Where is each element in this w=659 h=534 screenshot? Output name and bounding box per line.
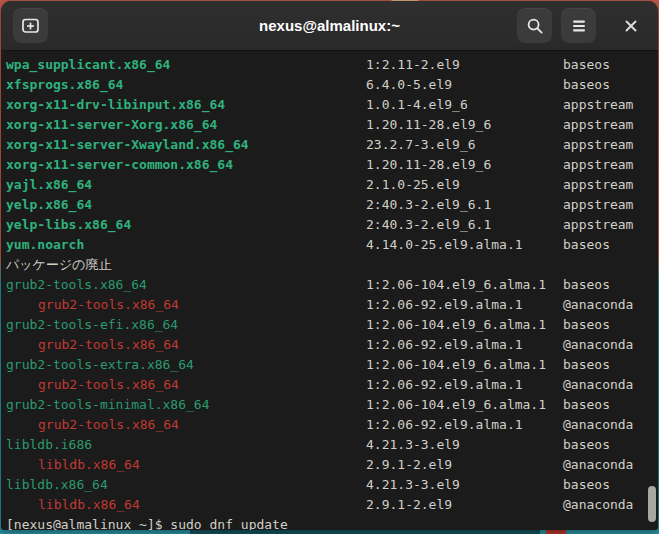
package-name: grub2-tools.x86_64 <box>38 415 179 435</box>
terminal-line: grub2-tools.x86_641:2.06-92.el9.alma.1@a… <box>1 295 658 315</box>
package-repo: baseos <box>563 235 610 255</box>
package-version: 4.14.0-25.el9.alma.1 <box>366 235 523 255</box>
package-repo: baseos <box>563 355 610 375</box>
search-icon <box>526 17 544 35</box>
package-name: grub2-tools-efi.x86_64 <box>6 315 178 335</box>
package-version: 23.2.7-3.el9_6 <box>366 135 476 155</box>
package-repo: baseos <box>563 435 610 455</box>
package-name: xorg-x11-server-Xwayland.x86_64 <box>6 135 249 155</box>
package-repo: appstream <box>563 115 633 135</box>
package-repo: baseos <box>563 395 610 415</box>
terminal-line: grub2-tools-extra.x86_641:2.06-104.el9_6… <box>1 355 658 375</box>
package-version: 1:2.06-92.el9.alma.1 <box>366 295 523 315</box>
shell-prompt: [nexus@almalinux ~]$ sudo dnf update <box>6 515 288 530</box>
close-button[interactable] <box>616 8 646 43</box>
package-version: 1:2.06-104.el9_6.alma.1 <box>366 275 546 295</box>
package-repo: appstream <box>563 195 633 215</box>
terminal-line: libldb.x86_642.9.1-2.el9@anaconda <box>1 455 658 475</box>
package-name: xorg-x11-server-common.x86_64 <box>6 155 233 175</box>
package-name: libldb.x86_64 <box>38 495 140 515</box>
package-version: 1:2.06-92.el9.alma.1 <box>366 335 523 355</box>
package-version: 2.9.1-2.el9 <box>366 455 452 475</box>
package-version: 1:2.06-104.el9_6.alma.1 <box>366 395 546 415</box>
package-version: 4.21.3-3.el9 <box>366 435 460 455</box>
terminal-line: libldb.x86_644.21.3-3.el9baseos <box>1 475 658 495</box>
package-name: libldb.i686 <box>6 435 92 455</box>
terminal-line: xorg-x11-server-common.x86_641.20.11-28.… <box>1 155 658 175</box>
package-version: 6.4.0-5.el9 <box>366 75 452 95</box>
package-repo: appstream <box>563 155 633 175</box>
terminal-output: wpa_supplicant.x86_641:2.11-2.el9baseosx… <box>1 55 658 530</box>
menu-icon <box>572 19 586 33</box>
package-name: grub2-tools-extra.x86_64 <box>6 355 194 375</box>
package-version: 2:40.3-2.el9_6.1 <box>366 195 491 215</box>
package-repo: appstream <box>563 95 633 115</box>
package-version: 1.0.1-4.el9_6 <box>366 95 468 115</box>
package-repo: @anaconda <box>563 415 633 435</box>
package-repo: baseos <box>563 75 610 95</box>
package-version: 1:2.06-104.el9_6.alma.1 <box>366 315 546 335</box>
section-label: パッケージの廃止 <box>6 255 112 275</box>
new-tab-button[interactable] <box>13 8 48 43</box>
package-name: xfsprogs.x86_64 <box>6 75 123 95</box>
package-repo: @anaconda <box>563 495 633 515</box>
wallpaper-red-patch <box>546 530 566 534</box>
search-button[interactable] <box>517 8 552 43</box>
close-icon <box>624 19 638 33</box>
package-name: yajl.x86_64 <box>6 175 92 195</box>
package-version: 1.20.11-28.el9_6 <box>366 115 491 135</box>
package-version: 1:2.06-92.el9.alma.1 <box>366 375 523 395</box>
desktop-background: { "window": { "title": "nexus@almalinux:… <box>0 0 659 534</box>
terminal-line: grub2-tools.x86_641:2.06-92.el9.alma.1@a… <box>1 335 658 355</box>
package-name: yum.noarch <box>6 235 84 255</box>
scrollbar-thumb[interactable] <box>648 486 656 522</box>
package-repo: @anaconda <box>563 455 633 475</box>
terminal-line: yelp-libs.x86_642:40.3-2.el9_6.1appstrea… <box>1 215 658 235</box>
package-version: 2.1.0-25.el9 <box>366 175 460 195</box>
package-name: grub2-tools.x86_64 <box>38 375 179 395</box>
package-repo: @anaconda <box>563 375 633 395</box>
window-bottom-shadow <box>190 530 540 534</box>
package-version: 2:40.3-2.el9_6.1 <box>366 215 491 235</box>
terminal-line: xfsprogs.x86_646.4.0-5.el9baseos <box>1 75 658 95</box>
package-version: 1:2.11-2.el9 <box>366 55 460 75</box>
package-name: yelp-libs.x86_64 <box>6 215 131 235</box>
terminal-screen[interactable]: wpa_supplicant.x86_641:2.11-2.el9baseosx… <box>1 52 658 530</box>
package-repo: @anaconda <box>563 335 633 355</box>
terminal-line: grub2-tools-minimal.x86_641:2.06-104.el9… <box>1 395 658 415</box>
package-name: grub2-tools.x86_64 <box>38 335 179 355</box>
header-actions <box>517 8 646 43</box>
menu-button[interactable] <box>561 8 596 43</box>
terminal-line: libldb.i6864.21.3-3.el9baseos <box>1 435 658 455</box>
package-repo: baseos <box>563 475 610 495</box>
terminal-line: yum.noarch4.14.0-25.el9.alma.1baseos <box>1 235 658 255</box>
package-repo: @anaconda <box>563 295 633 315</box>
terminal-line: grub2-tools.x86_641:2.06-92.el9.alma.1@a… <box>1 415 658 435</box>
package-version: 4.21.3-3.el9 <box>366 475 460 495</box>
terminal-line: grub2-tools.x86_641:2.06-92.el9.alma.1@a… <box>1 375 658 395</box>
terminal-line: yajl.x86_642.1.0-25.el9appstream <box>1 175 658 195</box>
package-repo: baseos <box>563 275 610 295</box>
terminal-line: wpa_supplicant.x86_641:2.11-2.el9baseos <box>1 55 658 75</box>
package-name: libldb.x86_64 <box>6 475 108 495</box>
new-tab-icon <box>21 17 40 35</box>
package-repo: appstream <box>563 215 633 235</box>
terminal-line: libldb.x86_642.9.1-2.el9@anaconda <box>1 495 658 515</box>
terminal-line: xorg-x11-server-Xorg.x86_641.20.11-28.el… <box>1 115 658 135</box>
terminal-line: パッケージの廃止 <box>1 255 658 275</box>
package-name: xorg-x11-server-Xorg.x86_64 <box>6 115 217 135</box>
package-version: 1:2.06-104.el9_6.alma.1 <box>366 355 546 375</box>
terminal-line: grub2-tools-efi.x86_641:2.06-104.el9_6.a… <box>1 315 658 335</box>
package-repo: baseos <box>563 315 610 335</box>
terminal-line: xorg-x11-server-Xwayland.x86_6423.2.7-3.… <box>1 135 658 155</box>
package-version: 1.20.11-28.el9_6 <box>366 155 491 175</box>
package-name: yelp.x86_64 <box>6 195 92 215</box>
terminal-line: [nexus@almalinux ~]$ sudo dnf update <box>1 515 658 530</box>
package-name: wpa_supplicant.x86_64 <box>6 55 170 75</box>
package-name: grub2-tools.x86_64 <box>38 295 179 315</box>
package-name: libldb.x86_64 <box>38 455 140 475</box>
package-repo: baseos <box>563 55 610 75</box>
package-repo: appstream <box>563 175 633 195</box>
package-repo: appstream <box>563 135 633 155</box>
terminal-line: yelp.x86_642:40.3-2.el9_6.1appstream <box>1 195 658 215</box>
